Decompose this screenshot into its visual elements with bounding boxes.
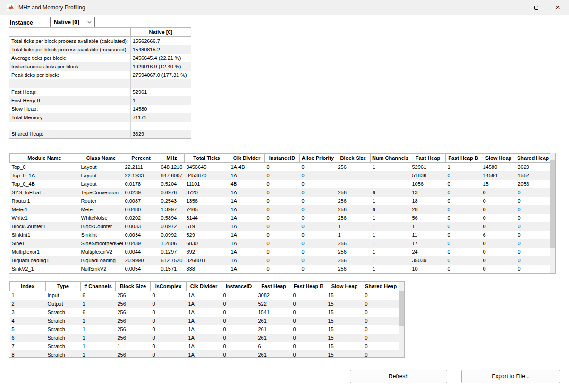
table-cell: 0.0972 [159,222,185,231]
table-cell: 0 [516,197,550,205]
table-row[interactable]: 5Scratch125601A02610150 [10,325,399,334]
table-row[interactable]: Fast Heap:52961 [9,88,191,96]
table-row[interactable]: Instantaneous ticks per block:1929016.9 … [9,62,191,71]
module-scrollbar-thumb[interactable] [550,160,555,248]
table-cell: 15 [326,308,363,317]
table-row[interactable]: 3Scratch625601A015410150 [10,308,399,317]
table-cell: 1541 [256,308,291,317]
table-cell: 3082 [256,291,291,300]
table-cell: 0 [446,256,481,265]
table-cell: 15 [481,180,516,188]
refresh-button[interactable]: Refresh [350,370,447,383]
table-cell: 15 [326,350,363,358]
table-row[interactable]: Meter1Meter0.04801.399774651A00256628000 [10,205,550,214]
table-row[interactable]: Total ticks per block process available … [9,37,191,45]
table-row[interactable]: 8Scratch125601A02610150 [10,350,399,358]
table-row[interactable]: Average ticks per block:3456645.4 (22.21… [9,54,191,62]
instance-dropdown-value: Native [0] [54,19,79,25]
minimize-button[interactable] [503,0,525,15]
table-cell: Router1 [10,197,79,205]
table-cell: 1A [229,188,265,197]
table-cell: 0 [265,248,300,256]
table-cell: Instantaneous ticks per block: [9,62,131,71]
table-cell: 0 [265,222,300,231]
table-row[interactable]: Top_0_1ALayout22.1933647.600734538701A00… [10,171,550,180]
table-row[interactable] [9,122,191,130]
table-cell: 256 [336,163,371,171]
table-row[interactable]: Total Memory:71171 [9,113,191,122]
table-row[interactable]: Sine1SineSmoothedGen0.04391.280668301A00… [10,239,550,248]
table-row[interactable]: 6Scratch125601A02610150 [10,334,399,342]
table-cell: 14580 [130,105,191,113]
instance-dropdown[interactable]: Native [0] [50,17,95,27]
table-cell: 261 [256,317,291,325]
table-row[interactable]: Fast Heap B:1 [9,96,191,105]
table-row[interactable]: Multiplexor1MultiplexorV20.00440.1297692… [10,248,550,256]
table-row[interactable]: 2Output125601A05220150 [10,300,399,308]
table-cell: 0 [300,180,336,188]
table-cell: 0 [363,308,399,317]
table-cell: 1A [187,291,221,300]
table-row[interactable]: SinkInt1SinkInt0.00340.09925291A00111106… [10,231,550,239]
table-cell: Peak ticks per block: [9,71,131,79]
table-cell: 15 [326,334,363,342]
table-cell: MultiplexorV2 [79,248,123,256]
close-button[interactable]: × [547,0,569,15]
table-cell: 0 [300,171,336,180]
table-cell: 35039 [410,256,446,265]
table-cell: SineSmoothedGen [79,239,123,248]
table-row[interactable] [9,79,191,88]
table-row[interactable]: BiquadLoading1BiquadLoading20.9990612.75… [10,256,550,265]
table-row[interactable]: Total ticks per block process available … [9,45,191,54]
export-to-file-button[interactable]: Export to File... [461,370,560,383]
module-table-body: Top_0Layout22.2111648.121034566451A,4B00… [10,163,550,273]
table-cell: 1 [81,342,116,350]
table-cell: 1 [371,248,410,256]
buffer-scrollbar-thumb[interactable] [399,291,404,326]
table-cell: Scratch [46,350,81,358]
table-row[interactable]: Top_0Layout22.2111648.121034566451A,4B00… [10,163,550,171]
table-cell: 0 [516,205,550,214]
table-row[interactable]: 4Scratch125601A02610150 [10,317,399,325]
table-cell: 3456645 [185,163,229,171]
table-row[interactable]: White1WhiteNoise0.02020.589431441A002561… [10,214,550,222]
table-cell: 1A [229,256,265,265]
table-row[interactable]: Slow Heap:14580 [9,105,191,113]
maximize-button[interactable] [525,0,547,15]
table-cell: 647.6007 [159,171,185,180]
table-cell: 0 [300,256,336,265]
table-row[interactable]: Router1Router0.00870.254313561A002561180… [10,197,550,205]
table-cell: 0 [446,239,481,248]
table-row[interactable]: Peak ticks per block:27594067.0 (177.31 … [9,71,191,79]
table-cell: 0.6976 [159,188,185,197]
table-row[interactable]: Shared Heap:3629 [9,130,191,139]
table-cell: 15 [326,291,363,300]
table-cell: BiquadLoading [79,256,123,265]
buffer-table-scrollbar[interactable] [399,282,404,357]
module-table-panel: Module NameClass NamePercentMHzTotal Tic… [9,153,556,274]
table-cell: 0 [221,350,256,358]
table-row[interactable]: 1Input625601A030820150 [10,291,399,300]
table-cell: BlockCounter1 [10,222,79,231]
table-cell: 838 [185,265,229,273]
table-cell: 0 [291,342,326,350]
table-row[interactable]: BlockCounter1BlockCounter0.00330.0972519… [10,222,550,231]
table-cell: WhiteNoise [79,214,123,222]
table-cell: 0.0044 [123,248,159,256]
table-cell: 0 [221,334,256,342]
table-cell: Meter [79,205,123,214]
table-row[interactable]: SYS_toFloatTypeConversion0.02390.6976372… [10,188,550,197]
table-cell: 0 [151,291,187,300]
column-header: isComplex [151,282,187,291]
table-cell: 11 [410,222,446,231]
table-cell: NullSinkV2 [79,265,123,273]
module-table-scrollbar[interactable] [550,153,555,273]
module-table: Module NameClass NamePercentMHzTotal Tic… [9,153,550,273]
table-row[interactable]: Top_0_4BLayout0.01780.5204111014B0010560… [10,180,550,188]
table-cell: 6 [81,291,116,300]
table-cell: 0 [481,188,516,197]
table-row[interactable]: 7Scratch1101A060150 [10,342,399,350]
table-cell: 0 [516,239,550,248]
title-bar: MHz and Memory Profiling × [0,0,569,15]
table-row[interactable]: SinkV2_1NullSinkV20.00540.15718381A00256… [10,265,550,273]
